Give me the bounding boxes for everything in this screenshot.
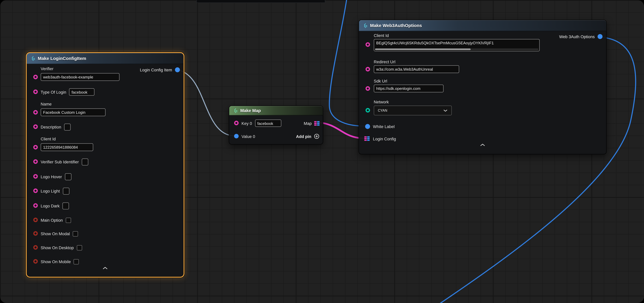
output-row: Web 3Auth Options [559, 32, 602, 41]
logo-hover-input[interactable] [65, 173, 72, 180]
pin-label: Main Option [40, 218, 63, 222]
make-struct-icon [30, 56, 35, 61]
map-output-row: Map [304, 119, 320, 128]
pin-verifier-sub-identifier[interactable] [33, 159, 38, 164]
show-on-desktop-checkbox[interactable] [77, 245, 82, 250]
pin-show-on-modal[interactable] [33, 231, 38, 236]
pin-logo-hover[interactable] [33, 174, 38, 178]
add-pin-row[interactable]: Add pin [296, 132, 320, 141]
collapse-chevron-icon[interactable] [102, 266, 108, 270]
node-make-map[interactable]: Make Map Key 0 facebook Map Value 0 Add … [229, 106, 323, 144]
pin-main-option[interactable] [33, 218, 38, 222]
pin-label: Redirect Url [374, 60, 395, 64]
pin-map-output[interactable] [314, 121, 320, 126]
pin-logo-light[interactable] [33, 188, 38, 193]
wire-login-config-item-to-value0[interactable] [177, 70, 236, 136]
node-header[interactable]: Make LoginConfigItem [27, 53, 184, 64]
client-id-input[interactable]: BEglQSgt4cUWcj6SKRdu5QkOXTsePmMcusG5EAoy… [374, 39, 540, 52]
pin-label: Value 0 [242, 134, 255, 138]
verifier-sub-identifier-input[interactable] [82, 158, 88, 165]
client-id-value: BEglQSgt4cUWcj6SKRdu5QkOXTsePmMcusG5EAoy… [376, 40, 494, 45]
login-config-row: Login Config [373, 134, 396, 143]
key0-row: Key 0 facebook [242, 119, 281, 128]
verifier-value: web3auth-facebook-example [43, 75, 93, 79]
pin-login-config[interactable] [364, 136, 370, 141]
redirect-url-input[interactable]: w3a://com.w3a.Web3AuthUnreal [374, 65, 459, 73]
output-pin-label: Web 3Auth Options [559, 34, 595, 39]
pin-network[interactable] [366, 108, 370, 112]
wire-map-to-login-config[interactable] [318, 122, 365, 138]
pin-label: Show On Mobile [40, 259, 71, 264]
logo-hover-row: Logo Hover [40, 172, 71, 181]
value0-row: Value 0 [242, 132, 255, 141]
node-make-loginconfigitem[interactable]: Make LoginConfigItem Login Config Item V… [26, 52, 184, 278]
key0-input[interactable]: facebook [255, 120, 281, 127]
network-value: CYAN [378, 108, 388, 112]
output-pin-label: Login Config Item [140, 68, 172, 72]
show-on-desktop-row: Show On Desktop [40, 243, 82, 252]
pin-label: Description [40, 124, 61, 129]
show-on-modal-row: Show On Modal [40, 229, 78, 238]
description-input[interactable] [64, 124, 71, 130]
name-input[interactable]: Facebook Custom Login [40, 108, 106, 116]
pin-description[interactable] [33, 124, 38, 129]
type-of-login-value: facebook [72, 90, 87, 94]
pin-logo-dark[interactable] [33, 203, 38, 208]
logo-dark-input[interactable] [62, 202, 69, 209]
verifier-sub-identifier-row: Verifier Sub Identifier [40, 157, 88, 166]
pin-label: Client Id [374, 33, 389, 38]
add-pin-icon[interactable] [314, 134, 320, 139]
pin-type-of-login[interactable] [33, 90, 38, 94]
make-map-icon [232, 108, 238, 113]
redirect-url-value: w3a://com.w3a.Web3AuthUnreal [376, 67, 433, 72]
verifier-input[interactable]: web3auth-facebook-example [40, 73, 120, 81]
name-value: Facebook Custom Login [43, 110, 86, 114]
show-on-mobile-checkbox[interactable] [74, 259, 79, 264]
pin-sdk-url[interactable] [366, 86, 370, 91]
chevron-down-icon [443, 109, 448, 112]
main-option-row: Main Option [40, 216, 71, 224]
logo-light-input[interactable] [63, 188, 69, 194]
pin-label: Show On Modal [40, 232, 70, 236]
pin-label: Type Of Login [40, 90, 66, 94]
pin-label: Name [40, 102, 52, 107]
pin-client-id[interactable] [366, 42, 370, 47]
pin-key0[interactable] [234, 121, 238, 125]
pin-name[interactable] [33, 110, 38, 114]
sdk-url-value: https://sdk.openlogin.com [376, 86, 420, 91]
pin-verifier[interactable] [33, 75, 38, 79]
offscreen-node-edge [196, 0, 325, 3]
logo-light-row: Logo Light [40, 186, 69, 196]
node-title: Make LoginConfigItem [38, 56, 86, 61]
show-on-modal-checkbox[interactable] [73, 231, 78, 236]
pin-login-config-item-output[interactable] [175, 67, 180, 72]
node-header[interactable]: Make Map [229, 106, 323, 116]
pin-white-label[interactable] [365, 124, 370, 129]
pin-web3auth-options-output[interactable] [598, 34, 602, 39]
network-dropdown[interactable]: CYAN [374, 106, 452, 116]
node-make-web3authoptions[interactable]: Make Web3AuthOptions Web 3Auth Options C… [358, 20, 606, 154]
pin-label: Logo Dark [40, 204, 60, 208]
graph-canvas[interactable]: Make LoginConfigItem Login Config Item V… [0, 0, 644, 303]
add-pin-label: Add pin [296, 134, 311, 138]
pin-redirect-url[interactable] [366, 67, 370, 72]
pin-client-id[interactable] [33, 145, 38, 150]
sdk-url-input[interactable]: https://sdk.openlogin.com [374, 84, 444, 92]
pin-label: White Label [373, 124, 394, 129]
client-id-input[interactable]: 1222658941886084 [40, 144, 93, 151]
node-header[interactable]: Make Web3AuthOptions [359, 20, 606, 31]
pin-show-on-mobile[interactable] [33, 259, 38, 264]
scrollbar-thumb[interactable] [375, 48, 471, 50]
main-option-checkbox[interactable] [66, 218, 71, 223]
collapse-chevron-icon[interactable] [480, 144, 486, 147]
pin-show-on-desktop[interactable] [33, 245, 38, 250]
client-id-value: 1222658941886084 [43, 145, 78, 150]
key0-value: facebook [257, 121, 273, 126]
pin-value0[interactable] [234, 134, 238, 138]
output-row: Login Config Item [140, 65, 180, 74]
node-title: Make Map [240, 108, 261, 113]
show-on-mobile-row: Show On Mobile [40, 257, 79, 266]
description-row: Description [40, 122, 71, 131]
type-of-login-input[interactable]: facebook [69, 88, 94, 96]
pin-label: Key 0 [242, 121, 252, 126]
